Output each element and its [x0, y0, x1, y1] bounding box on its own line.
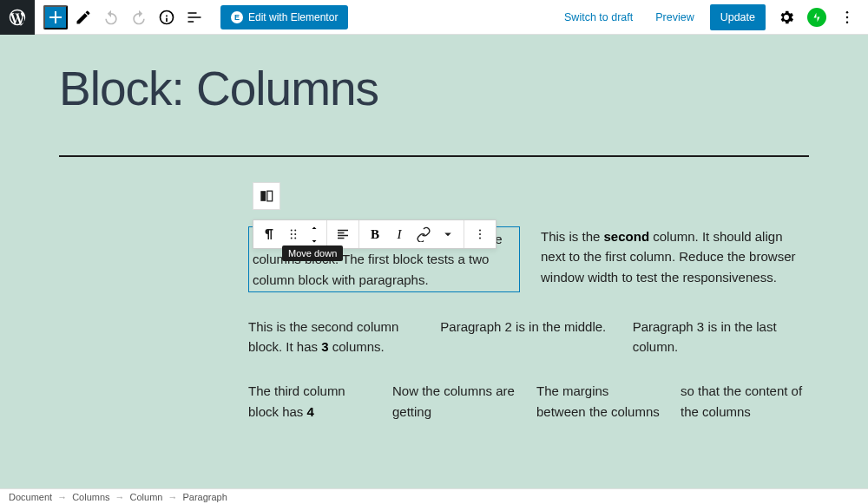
move-down-tooltip: Move down [282, 245, 343, 261]
update-button[interactable]: Update [710, 4, 766, 30]
paragraph-text: The third column block has [248, 383, 345, 418]
paragraph-text: columns. [329, 339, 385, 354]
content-area: This page tests how the theme displays t… [0, 226, 868, 422]
column-1[interactable]: This is the second column block. It has … [248, 317, 419, 357]
column-3[interactable]: The margins between the columns [536, 381, 660, 422]
more-vertical-icon [838, 9, 856, 26]
wordpress-logo[interactable] [0, 0, 35, 35]
block-type-indicator[interactable] [253, 182, 280, 210]
bold-text: 3 [321, 339, 328, 354]
link-button[interactable] [411, 221, 436, 247]
svg-point-11 [479, 230, 481, 232]
align-left-icon [335, 226, 351, 242]
chevron-down-icon [309, 236, 319, 246]
page-title[interactable]: Block: Columns [0, 35, 868, 116]
breadcrumb-separator: → [57, 492, 67, 502]
elementor-icon: E [231, 11, 243, 23]
svg-point-6 [294, 230, 296, 232]
jetpack-button[interactable] [807, 8, 826, 27]
redo-button[interactable] [127, 5, 151, 29]
elementor-button[interactable]: E Edit with Elementor [220, 5, 348, 29]
pencil-icon [75, 9, 92, 26]
pilcrow-icon [261, 226, 277, 242]
more-rich-text-button[interactable] [436, 221, 460, 247]
bold-button[interactable]: B [363, 221, 387, 247]
columns-icon [258, 187, 275, 205]
svg-point-1 [846, 16, 849, 18]
info-icon [158, 9, 175, 26]
breadcrumb-separator: → [115, 492, 125, 502]
toolbar-more-button[interactable] [468, 221, 492, 247]
move-up-button[interactable] [306, 221, 323, 234]
block-toolbar: B I [253, 219, 496, 249]
breadcrumb-item[interactable]: Paragraph [182, 492, 227, 502]
italic-button[interactable]: I [387, 221, 411, 247]
svg-point-8 [294, 233, 296, 235]
breadcrumb-item[interactable]: Column [130, 492, 163, 502]
settings-button[interactable] [774, 5, 799, 29]
undo-button[interactable] [99, 5, 123, 29]
undo-icon [102, 9, 120, 26]
gear-icon [778, 9, 795, 26]
block-mover [306, 221, 323, 247]
svg-rect-4 [267, 191, 273, 201]
columns-block-three[interactable]: This is the second column block. It has … [248, 317, 804, 357]
header-left-tools: E Edit with Elementor [35, 5, 348, 29]
column-2[interactable]: Now the columns are getting [392, 381, 516, 422]
columns-block-four[interactable]: The third column block has 4 Now the col… [248, 381, 804, 422]
align-button[interactable] [331, 221, 355, 247]
drag-icon [286, 226, 301, 242]
jetpack-icon [811, 11, 823, 23]
svg-point-5 [291, 230, 293, 232]
plus-icon [45, 7, 66, 28]
info-button[interactable] [155, 5, 179, 29]
svg-point-13 [479, 238, 481, 239]
redo-icon [130, 9, 148, 26]
column-2[interactable]: Paragraph 2 is in the middle. [440, 317, 611, 357]
wordpress-icon [8, 8, 27, 27]
svg-point-2 [846, 21, 849, 23]
svg-point-10 [294, 238, 296, 239]
drag-handle[interactable] [281, 221, 306, 247]
column-1[interactable]: The third column block has 4 [248, 381, 372, 422]
edit-mode-button[interactable] [71, 5, 95, 29]
more-vertical-icon [472, 226, 488, 242]
editor-header: E Edit with Elementor Switch to draft Pr… [0, 0, 868, 35]
svg-point-12 [479, 233, 481, 235]
column-4[interactable]: so that the content of the columns [681, 381, 804, 422]
breadcrumb-separator: → [168, 492, 177, 502]
svg-point-0 [846, 10, 849, 12]
link-icon [416, 226, 431, 242]
chevron-down-icon [440, 226, 456, 242]
list-icon [186, 9, 203, 26]
column-3[interactable]: Paragraph 3 is in the last column. [633, 317, 804, 357]
switch-to-draft-button[interactable]: Switch to draft [557, 6, 640, 29]
bold-text: second [604, 229, 650, 244]
more-options-button[interactable] [835, 5, 859, 29]
header-right-tools: Switch to draft Preview Update [557, 4, 868, 30]
bold-text: 4 [307, 404, 314, 419]
svg-point-9 [291, 238, 293, 239]
chevron-up-icon [309, 223, 319, 233]
outline-button[interactable] [182, 5, 207, 29]
breadcrumb-item[interactable]: Document [9, 492, 52, 502]
breadcrumb: Document → Columns → Column → Paragraph [0, 488, 868, 504]
svg-rect-3 [260, 191, 266, 201]
add-block-button[interactable] [43, 5, 68, 29]
paragraph-type-button[interactable] [257, 221, 281, 247]
editor-canvas[interactable]: Block: Columns B I [0, 35, 868, 490]
preview-button[interactable]: Preview [648, 6, 700, 29]
breadcrumb-item[interactable]: Columns [72, 492, 109, 502]
horizontal-rule [59, 155, 809, 157]
paragraph-text: This is the [541, 229, 604, 244]
elementor-label: Edit with Elementor [248, 11, 338, 23]
svg-point-7 [291, 233, 293, 235]
column-2[interactable]: This is the second column. It should ali… [541, 226, 804, 292]
